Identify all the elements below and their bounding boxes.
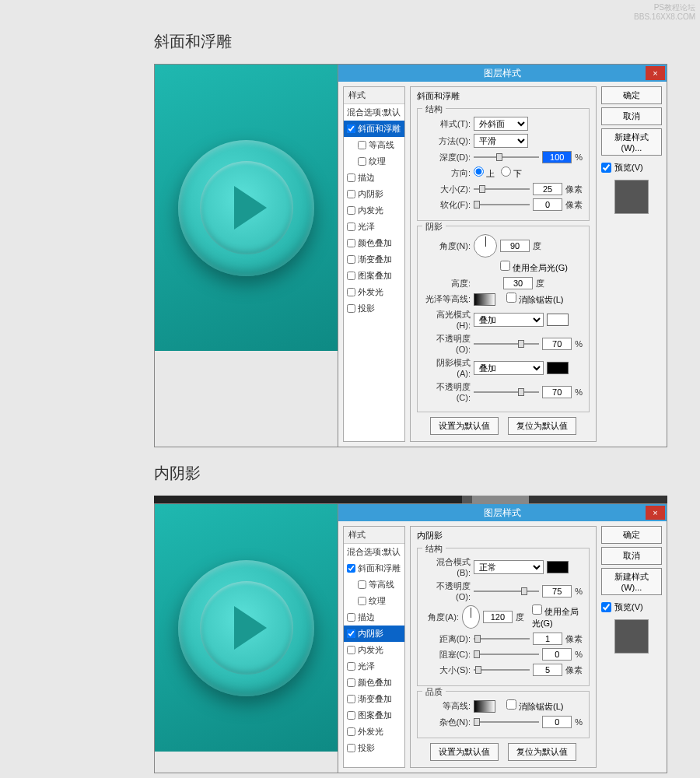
section-title-bevel: 斜面和浮雕: [154, 31, 700, 52]
style-texture[interactable]: 纹理: [344, 153, 404, 170]
quality-title: 品质: [422, 686, 446, 698]
settings-panel-2: 内阴影 结构 混合模式(B):正常 不透明度(O):% 角度(A):度 使用全局…: [410, 526, 597, 768]
new-style-button[interactable]: 新建样式(W)...: [601, 128, 662, 156]
play-button-outer: [178, 140, 314, 276]
depth-slider[interactable]: [474, 156, 539, 158]
preview-pane: [155, 65, 338, 351]
size-input-2[interactable]: [533, 664, 562, 676]
shadow-opacity-input[interactable]: [542, 386, 572, 398]
distance-slider[interactable]: [474, 638, 530, 640]
style-drop-shadow[interactable]: 投影: [344, 300, 404, 317]
shadow-mode-select[interactable]: 叠加: [474, 361, 544, 375]
style-color-overlay-2[interactable]: 颜色叠加: [344, 675, 404, 691]
watermark-bottom: UiBQ.CoM: [0, 773, 700, 778]
style-drop-shadow-2[interactable]: 投影: [344, 740, 404, 756]
style-outer-glow-2[interactable]: 外发光: [344, 724, 404, 740]
style-stroke-2[interactable]: 描边: [344, 609, 404, 626]
preview-check[interactable]: [601, 163, 611, 173]
new-style-button-2[interactable]: 新建样式(W)...: [601, 568, 662, 595]
choke-input[interactable]: [542, 648, 572, 661]
style-texture-2[interactable]: 纹理: [344, 593, 404, 609]
blend-options-2[interactable]: 混合选项:默认: [344, 544, 404, 560]
angle-widget[interactable]: [474, 234, 497, 258]
opacity-slider[interactable]: [474, 591, 539, 592]
style-pattern-overlay-2[interactable]: 图案叠加: [344, 707, 404, 724]
close-button-2[interactable]: ×: [646, 506, 665, 520]
opacity-input[interactable]: [542, 585, 572, 598]
depth-input[interactable]: [542, 151, 572, 163]
preview-check-2[interactable]: [601, 602, 611, 612]
style-stroke[interactable]: 描边: [344, 170, 404, 186]
highlight-opacity-input[interactable]: [542, 338, 572, 350]
style-inner-glow[interactable]: 内发光: [344, 202, 404, 219]
size-input[interactable]: [533, 183, 562, 195]
style-color-overlay[interactable]: 颜色叠加: [344, 235, 404, 251]
blend-mode-select[interactable]: 正常: [474, 560, 544, 574]
size-slider[interactable]: [474, 188, 530, 190]
highlight-opacity-slider[interactable]: [474, 343, 539, 345]
style-inner-shadow[interactable]: 内阴影: [344, 186, 404, 202]
soften-input[interactable]: [533, 198, 562, 211]
style-pattern-overlay[interactable]: 图案叠加: [344, 268, 404, 284]
distance-input[interactable]: [533, 633, 562, 645]
size-slider-2[interactable]: [474, 669, 530, 671]
angle-input-2[interactable]: [483, 611, 513, 623]
close-button[interactable]: ×: [646, 66, 665, 80]
reset-default-button-2[interactable]: 复位为默认值: [508, 743, 576, 761]
bevel-style-select[interactable]: 外斜面: [474, 117, 528, 131]
highlight-mode-select[interactable]: 叠加: [474, 313, 544, 327]
shading-title: 阴影: [422, 221, 446, 233]
shadow-color-swatch-2[interactable]: [547, 561, 569, 573]
dialog-title-2: 图层样式: [484, 506, 521, 520]
bevel-technique-select[interactable]: 平滑: [474, 134, 528, 148]
buttons-column-2: 确定 取消 新建样式(W)... 预览(V): [601, 526, 662, 768]
cancel-button[interactable]: 取消: [601, 107, 662, 125]
shadow-color-swatch[interactable]: [547, 362, 569, 374]
style-bevel[interactable]: 斜面和浮雕: [344, 121, 404, 137]
dialog-title: 图层样式: [484, 67, 521, 80]
altitude-input[interactable]: [503, 277, 533, 289]
set-default-button-2[interactable]: 设置为默认值: [430, 743, 499, 761]
style-inner-shadow-2[interactable]: 内阴影: [344, 626, 404, 642]
soften-slider[interactable]: [474, 204, 530, 205]
styles-list: 样式 混合选项:默认 斜面和浮雕 等高线 纹理 描边 内阴影 内发光 光泽 颜色…: [343, 86, 405, 442]
panel-title: 斜面和浮雕: [417, 91, 460, 100]
reset-default-button[interactable]: 复位为默认值: [508, 417, 576, 435]
blend-options[interactable]: 混合选项:默认: [344, 104, 404, 121]
style-outer-glow[interactable]: 外发光: [344, 284, 404, 300]
style-satin-2[interactable]: 光泽: [344, 658, 404, 675]
buttons-column: 确定 取消 新建样式(W)... 预览(V): [601, 86, 662, 442]
style-satin[interactable]: 光泽: [344, 219, 404, 235]
style-bevel-2[interactable]: 斜面和浮雕: [344, 560, 404, 576]
structure-title-2: 结构: [422, 543, 446, 555]
global-light-check: [500, 261, 510, 271]
style-contour[interactable]: 等高线: [344, 137, 404, 153]
noise-slider[interactable]: [474, 721, 539, 723]
shadow-opacity-slider[interactable]: [474, 391, 539, 393]
watermark-top: PS教程论坛 BBS.16XX8.COM: [634, 3, 695, 22]
dir-down-radio: [501, 166, 511, 177]
style-gradient-overlay-2[interactable]: 渐变叠加: [344, 691, 404, 707]
dialog-title-bar: 图层样式 ×: [338, 65, 667, 82]
set-default-button[interactable]: 设置为默认值: [430, 417, 499, 435]
angle-input[interactable]: [500, 240, 530, 252]
noise-input[interactable]: [542, 716, 572, 728]
play-button-inner: [200, 161, 293, 254]
cancel-button-2[interactable]: 取消: [601, 547, 662, 565]
highlight-color-swatch[interactable]: [547, 314, 569, 326]
styles-header: 样式: [344, 87, 404, 104]
style-contour-2[interactable]: 等高线: [344, 576, 404, 593]
contour-picker[interactable]: [474, 700, 495, 713]
angle-widget-2[interactable]: [462, 605, 480, 629]
preview-pane-2: [155, 504, 338, 752]
gloss-contour-picker[interactable]: [474, 293, 495, 306]
ok-button-2[interactable]: 确定: [601, 526, 662, 544]
style-gradient-overlay[interactable]: 渐变叠加: [344, 251, 404, 268]
ok-button[interactable]: 确定: [601, 86, 662, 104]
anti-alias-check: [506, 293, 516, 303]
choke-slider[interactable]: [474, 654, 539, 655]
panel-title-2: 内阴影: [417, 531, 443, 540]
dir-up-radio: [474, 166, 484, 177]
anti-alias-check-2: [506, 699, 516, 710]
style-inner-glow-2[interactable]: 内发光: [344, 642, 404, 658]
